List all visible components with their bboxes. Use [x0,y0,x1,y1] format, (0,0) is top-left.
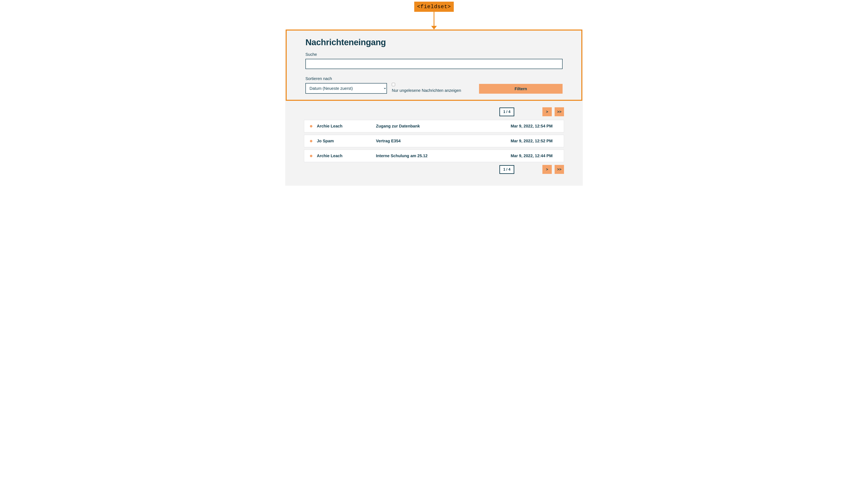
message-date: Mar 9, 2022, 12:44 PM [505,154,558,158]
page-title: Nachrichteneingang [305,37,563,47]
page-indicator: 1 / 4 [499,108,514,116]
search-label: Suche [305,52,563,57]
message-sender: Archie Leach [317,154,376,158]
unread-dot-icon [310,125,313,127]
message-row[interactable]: Archie LeachZugang zur DatenbankMar 9, 2… [304,120,564,133]
annotation-callout: <fieldset> [285,0,583,30]
unread-dot-icon [310,155,313,157]
pager-bottom: 1 / 4 > >> [304,165,564,174]
filter-button[interactable]: Filtern [479,84,563,94]
pager-next-button[interactable]: > [543,165,552,174]
unread-only-checkbox[interactable] [392,83,395,86]
unread-only-label: Nur ungelesene Nachrichten anzeigen [392,88,474,93]
message-date: Mar 9, 2022, 12:52 PM [505,139,558,143]
sort-label: Sortieren nach [305,76,387,81]
message-date: Mar 9, 2022, 12:54 PM [505,124,558,128]
annotation-arrow-head-icon [431,26,437,30]
message-row[interactable]: Archie LeachInterne Schulung am 25.12Mar… [304,150,564,162]
message-sender: Archie Leach [317,124,376,128]
message-subject: Interne Schulung am 25.12 [376,154,505,158]
message-subject: Zugang zur Datenbank [376,124,505,128]
pager-next-button[interactable]: > [543,107,552,116]
annotation-arrow-stem [433,12,435,26]
page-indicator: 1 / 4 [499,165,514,174]
message-list: Archie LeachZugang zur DatenbankMar 9, 2… [304,120,564,162]
pager-last-button[interactable]: >> [554,107,564,116]
message-sender: Jo Spam [317,139,376,143]
message-row[interactable]: Jo SpamVertrag E354Mar 9, 2022, 12:52 PM [304,135,564,147]
pager-top: 1 / 4 > >> [304,107,564,116]
pager-last-button[interactable]: >> [554,165,564,174]
unread-dot-icon [310,140,313,142]
message-subject: Vertrag E354 [376,139,505,143]
sort-select[interactable]: Datum (Neueste zuerst) [305,83,387,94]
search-input[interactable] [305,59,563,69]
filter-fieldset: Nachrichteneingang Suche Sortieren nach … [286,30,582,101]
annotation-tag-chip: <fieldset> [414,2,454,12]
